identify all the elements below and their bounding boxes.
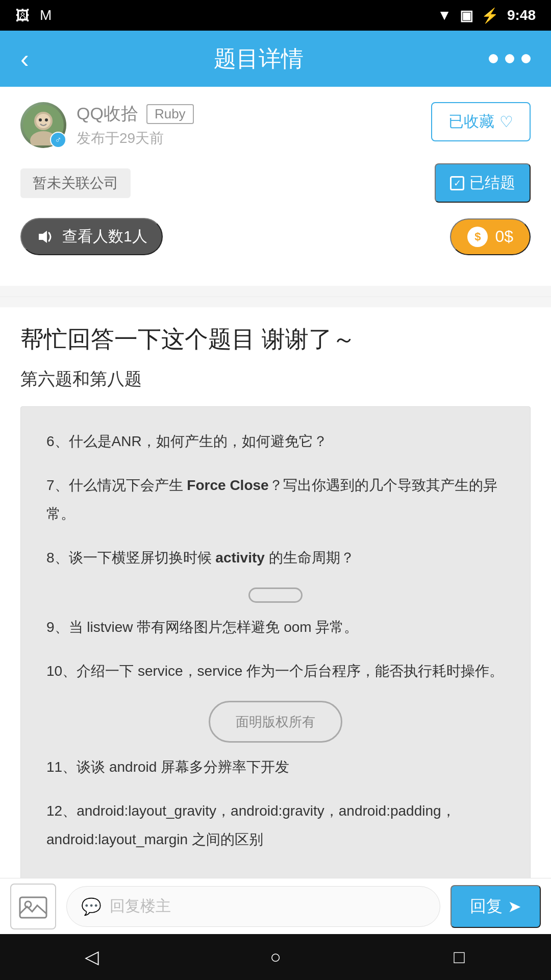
check-icon: ✓: [450, 176, 464, 190]
mail-icon: M: [40, 7, 52, 23]
nav-back-button[interactable]: ◁: [71, 937, 112, 977]
user-info: QQ收拾 Ruby 发布于29天前: [77, 102, 194, 148]
more-button[interactable]: [489, 54, 531, 63]
question-line-3: 8、谈一下横竖屏切换时候 activity 的生命周期？: [46, 544, 505, 572]
reply-input-wrap[interactable]: 💬 回复楼主: [66, 886, 440, 927]
user-row: ♂ QQ收拾 Ruby 发布于29天前 已收藏 ♡: [20, 102, 531, 148]
user-left: ♂ QQ收拾 Ruby 发布于29天前: [20, 102, 194, 148]
more-dot-2: [505, 54, 514, 63]
user-gender-badge: ♂: [50, 132, 66, 148]
section-divider: [0, 296, 551, 297]
chat-icon: 💬: [81, 897, 102, 916]
company-tag: 暂未关联公司: [20, 168, 131, 198]
coin-icon: $: [467, 227, 488, 247]
user-info-section: ♂ QQ收拾 Ruby 发布于29天前 已收藏 ♡ 暂未关联公司 ✓ 已结题: [0, 87, 551, 286]
reply-label: 回复: [470, 895, 503, 918]
closed-label: 已结题: [469, 173, 515, 193]
status-bar: 🖼 M ▼ ▣ ⚡ 9:48: [0, 0, 551, 31]
watermark-2-wrap: 面明版权所有: [46, 701, 505, 743]
views-button[interactable]: 查看人数1人: [20, 218, 163, 255]
save-button[interactable]: 已收藏 ♡: [431, 102, 531, 141]
question-image: 6、什么是ANR，如何产生的，如何避免它？ 7、什么情况下会产生 Force C…: [20, 406, 531, 890]
svg-point-5: [45, 118, 48, 121]
save-label: 已收藏: [448, 111, 494, 132]
reply-button[interactable]: 回复 ➤: [450, 885, 541, 928]
image-icon: 🖼: [15, 7, 30, 24]
more-dot-1: [489, 54, 498, 63]
reward-button[interactable]: $ 0$: [450, 218, 531, 255]
wifi-icon: ▼: [437, 7, 452, 23]
user-name-row: QQ收拾 Ruby: [77, 102, 194, 126]
nav-home-button[interactable]: ○: [255, 937, 296, 977]
svg-rect-7: [20, 897, 46, 918]
time: 9:48: [507, 7, 536, 23]
question-line-6: 11、谈谈 android 屏幕多分辨率下开发: [46, 753, 505, 781]
closed-button: ✓ 已结题: [435, 163, 531, 203]
user-name: QQ收拾: [77, 102, 138, 126]
signal-icon: ▣: [460, 7, 473, 24]
question-line-7: 12、android:layout_gravity，android:gravit…: [46, 797, 505, 854]
question-line-2: 7、什么情况下会产生 Force Close？写出你遇到的几个导致其产生的异常。: [46, 471, 505, 528]
nav-bar: ◁ ○ □: [0, 934, 551, 980]
watermark-2: 面明版权所有: [209, 701, 342, 743]
header: ‹ 题目详情: [0, 31, 551, 87]
bottom-bar: 💬 回复楼主 回复 ➤: [0, 878, 551, 934]
speaker-icon: [36, 228, 54, 246]
avatar: ♂: [20, 102, 66, 148]
page-title: 题目详情: [214, 44, 304, 74]
reward-label: 0$: [495, 227, 513, 246]
svg-marker-6: [39, 231, 47, 243]
watermark-1-wrap: [46, 587, 505, 603]
views-label: 查看人数1人: [62, 226, 147, 247]
question-section: 帮忙回答一下这个题目 谢谢了～ 第六题和第八题 6、什么是ANR，如何产生的，如…: [0, 307, 551, 905]
views-row: 查看人数1人 $ 0$: [20, 218, 531, 255]
battery-icon: ⚡: [481, 7, 499, 24]
nav-recent-button[interactable]: □: [439, 937, 480, 977]
user-tag: Ruby: [146, 104, 194, 124]
image-upload-button[interactable]: [10, 884, 56, 929]
status-bar-left: 🖼 M: [15, 7, 52, 24]
back-button[interactable]: ‹: [20, 46, 29, 71]
question-line-4: 9、当 listview 带有网络图片怎样避免 oom 异常。: [46, 613, 505, 642]
heart-icon: ♡: [499, 113, 513, 131]
status-bar-right: ▼ ▣ ⚡ 9:48: [437, 7, 536, 24]
svg-point-4: [39, 118, 42, 121]
question-title: 帮忙回答一下这个题目 谢谢了～: [20, 323, 531, 355]
more-dot-3: [521, 54, 531, 63]
watermark-1: [248, 587, 303, 603]
tag-row: 暂未关联公司 ✓ 已结题: [20, 163, 531, 203]
send-icon: ➤: [508, 897, 521, 916]
question-line-1: 6、什么是ANR，如何产生的，如何避免它？: [46, 427, 505, 456]
reply-placeholder: 回复楼主: [110, 896, 171, 917]
question-subtitle: 第六题和第八题: [20, 368, 531, 391]
post-time: 发布于29天前: [77, 129, 194, 148]
question-line-5: 10、介绍一下 service，service 作为一个后台程序，能否执行耗时操…: [46, 657, 505, 685]
